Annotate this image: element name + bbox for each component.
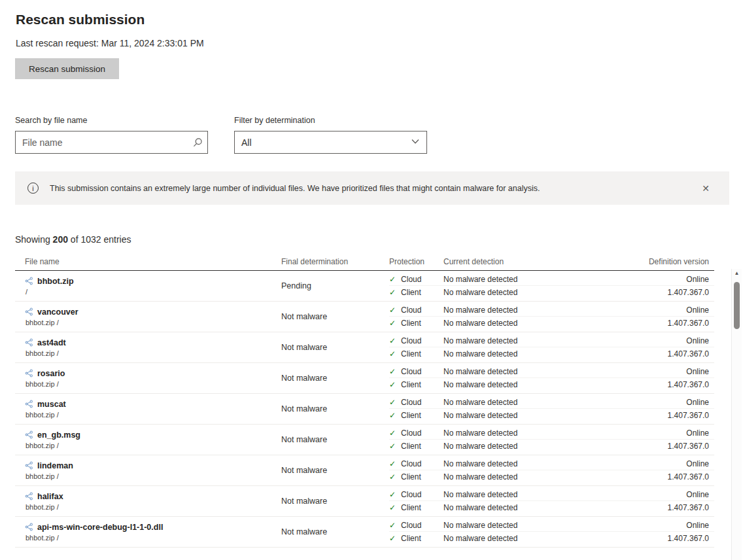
protection-cloud-label: Cloud xyxy=(401,429,421,438)
definition-version-cloud: Online xyxy=(610,429,714,438)
protection-client-label: Client xyxy=(401,349,421,359)
info-icon: i xyxy=(27,183,39,194)
table-row: api-ms-win-core-debug-l1-1-0.dll bhbot.z… xyxy=(15,517,714,548)
definition-version-cloud: Online xyxy=(610,306,714,315)
protection-cloud-label: Cloud xyxy=(401,336,421,345)
protection-cloud-label: Cloud xyxy=(401,367,421,376)
file-name-link[interactable]: muscat xyxy=(37,400,66,409)
table-header-row: File name Final determination Protection… xyxy=(15,253,714,271)
check-icon: ✓ xyxy=(389,459,396,468)
check-icon: ✓ xyxy=(389,380,396,389)
definition-version-client: 1.407.367.0 xyxy=(610,380,714,389)
shown-count: 200 xyxy=(53,234,68,245)
check-icon: ✓ xyxy=(389,411,396,420)
file-path: bhbot.zip / xyxy=(25,411,281,419)
file-tree-share-icon xyxy=(25,430,33,439)
current-detection-client: No malware detected xyxy=(443,534,610,543)
close-icon[interactable]: ✕ xyxy=(697,181,715,196)
file-tree-share-icon xyxy=(25,277,33,285)
current-detection-client: No malware detected xyxy=(443,411,610,420)
current-detection-cloud: No malware detected xyxy=(443,336,610,345)
last-rescan-timestamp: Last rescan request: Mar 11, 2024 2:33:0… xyxy=(16,38,743,48)
current-detection-client: No malware detected xyxy=(443,472,610,481)
current-detection-cloud: No malware detected xyxy=(443,398,610,407)
definition-version-client: 1.407.367.0 xyxy=(610,472,714,481)
current-detection-cloud: No malware detected xyxy=(443,275,610,284)
check-icon: ✓ xyxy=(389,398,396,407)
table-row: halifax bhbot.zip / Not malware ✓ Cloud … xyxy=(15,486,714,517)
determination-filter-dropdown[interactable]: All xyxy=(234,131,427,154)
determination-filter-value: All xyxy=(241,137,252,148)
current-detection-client: No malware detected xyxy=(443,503,610,512)
table-body: bhbot.zip / Pending ✓ Cloud No malware d… xyxy=(15,271,714,548)
table-row: ast4adt bhbot.zip / Not malware ✓ Cloud … xyxy=(15,332,714,363)
search-icon[interactable] xyxy=(188,137,207,148)
file-name-link[interactable]: en_gb.msg xyxy=(37,430,80,440)
file-path: bhbot.zip / xyxy=(25,442,281,449)
final-determination-value: Not malware xyxy=(281,312,389,321)
table-row: rosario bhbot.zip / Not malware ✓ Cloud … xyxy=(15,363,714,394)
definition-version-cloud: Online xyxy=(610,336,714,345)
definition-version-client: 1.407.367.0 xyxy=(610,288,714,297)
entries-summary: Showing 200 of 1032 entries xyxy=(15,234,743,245)
current-detection-client: No malware detected xyxy=(443,349,610,359)
page-title: Rescan submission xyxy=(16,12,743,27)
file-name-link[interactable]: ast4adt xyxy=(37,338,66,347)
file-name-link[interactable]: halifax xyxy=(37,492,63,501)
protection-client-label: Client xyxy=(401,380,421,389)
scrollbar-thumb[interactable] xyxy=(734,282,740,329)
table-scrollbar[interactable]: ▲ xyxy=(731,269,742,560)
check-icon: ✓ xyxy=(389,490,396,499)
protection-cloud-label: Cloud xyxy=(401,275,421,284)
file-path: bhbot.zip / xyxy=(25,534,281,542)
file-tree-share-icon xyxy=(25,400,33,408)
protection-cloud-label: Cloud xyxy=(401,398,421,407)
file-name-link[interactable]: lindeman xyxy=(37,461,73,470)
determination-filter-label: Filter by determination xyxy=(234,116,427,125)
file-path: bhbot.zip / xyxy=(25,380,281,388)
definition-version-cloud: Online xyxy=(610,521,714,530)
current-detection-cloud: No malware detected xyxy=(443,490,610,499)
current-detection-client: No malware detected xyxy=(443,442,610,451)
table-row: vancouver bhbot.zip / Not malware ✓ Clou… xyxy=(15,302,714,332)
definition-version-cloud: Online xyxy=(610,398,714,407)
check-icon: ✓ xyxy=(389,429,396,438)
file-tree-share-icon xyxy=(25,492,33,500)
file-path: bhbot.zip / xyxy=(25,349,281,357)
file-tree-share-icon xyxy=(25,338,33,347)
final-determination-value: Not malware xyxy=(281,343,389,352)
header-protection: Protection xyxy=(389,257,443,266)
filter-bar: Search by file name Filter by determinat… xyxy=(15,116,743,154)
table-row: lindeman bhbot.zip / Not malware ✓ Cloud… xyxy=(15,455,714,486)
rescan-submission-button[interactable]: Rescan submission xyxy=(15,58,119,79)
rescan-submission-page: Rescan submission Last rescan request: M… xyxy=(0,12,743,560)
protection-cloud-label: Cloud xyxy=(401,521,421,530)
check-icon: ✓ xyxy=(389,472,396,481)
final-determination-value: Not malware xyxy=(281,527,389,536)
header-file-name: File name xyxy=(15,257,281,266)
check-icon: ✓ xyxy=(389,367,396,376)
file-name-link[interactable]: api-ms-win-core-debug-l1-1-0.dll xyxy=(37,523,163,532)
current-detection-client: No malware detected xyxy=(443,319,610,328)
chevron-down-icon xyxy=(411,137,420,148)
definition-version-cloud: Online xyxy=(610,275,714,284)
table-row: muscat bhbot.zip / Not malware ✓ Cloud N… xyxy=(15,394,714,425)
protection-cloud-label: Cloud xyxy=(401,306,421,315)
file-name-link[interactable]: bhbot.zip xyxy=(37,277,74,286)
protection-client-label: Client xyxy=(401,411,421,420)
definition-version-cloud: Online xyxy=(610,459,714,468)
protection-cloud-label: Cloud xyxy=(401,490,421,499)
table-row: en_gb.msg bhbot.zip / Not malware ✓ Clou… xyxy=(15,425,714,455)
file-name-link[interactable]: vancouver xyxy=(37,307,78,317)
check-icon: ✓ xyxy=(389,336,396,345)
scroll-up-icon[interactable]: ▲ xyxy=(732,269,742,278)
search-input[interactable] xyxy=(16,137,188,148)
final-determination-value: Not malware xyxy=(281,497,389,506)
file-path: bhbot.zip / xyxy=(25,472,281,480)
final-determination-value: Not malware xyxy=(281,466,389,475)
final-determination-value: Pending xyxy=(281,281,389,290)
file-name-link[interactable]: rosario xyxy=(37,369,65,378)
file-path: bhbot.zip / xyxy=(25,503,281,511)
protection-client-label: Client xyxy=(401,503,421,512)
definition-version-client: 1.407.367.0 xyxy=(610,349,714,359)
